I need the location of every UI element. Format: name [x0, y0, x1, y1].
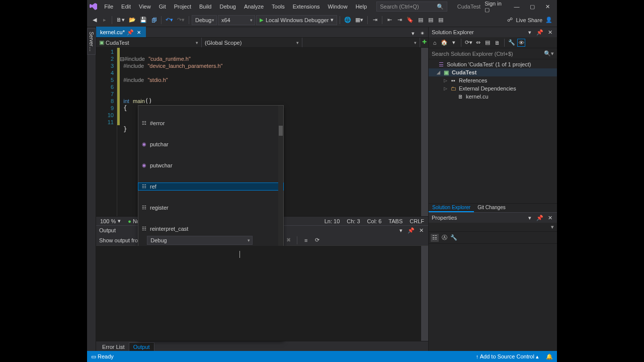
pin-icon[interactable]: 📌: [127, 29, 134, 36]
intellisense-item[interactable]: ◉putwchar: [138, 162, 283, 169]
output-dropdown-icon[interactable]: ▾: [397, 226, 405, 234]
project-node[interactable]: ◢▣CudaTest: [429, 68, 557, 76]
close-tab-icon[interactable]: ✕: [136, 30, 142, 35]
sol-showall-icon[interactable]: 🗎: [493, 39, 501, 47]
file-node-kernel[interactable]: 🗎kernel.cu: [429, 93, 557, 101]
output-clear-icon[interactable]: ✖: [284, 236, 292, 244]
uncomment-button[interactable]: ▤: [426, 15, 435, 25]
format-button[interactable]: ▤: [436, 15, 445, 25]
pane-dropdown-icon[interactable]: ▾: [526, 214, 534, 222]
run-tests-button[interactable]: ▦▾: [354, 15, 365, 25]
solution-platform-select[interactable]: x64: [218, 15, 255, 25]
live-share-icon[interactable]: ☍: [505, 15, 514, 25]
alphabetical-icon[interactable]: Ⓐ: [440, 234, 448, 242]
live-share-button[interactable]: Live Share: [516, 17, 542, 23]
nav-forward-button[interactable]: ▸: [100, 15, 109, 25]
solution-tree[interactable]: ☰Solution 'CudaTest' (1 of 1 project) ◢▣…: [429, 59, 557, 203]
pane-pin-icon[interactable]: 📌: [536, 214, 544, 222]
pane-dropdown-icon[interactable]: ▾: [526, 28, 534, 36]
maximize-button[interactable]: ▢: [525, 1, 539, 13]
menu-analyze[interactable]: Analyze: [240, 2, 267, 11]
external-deps-node[interactable]: ▷🗀External Dependencies: [429, 84, 557, 93]
feedback-icon[interactable]: 👤: [544, 15, 554, 25]
sol-refresh-icon[interactable]: ⟳▾: [464, 39, 472, 47]
server-explorer-tab[interactable]: Server…: [87, 28, 96, 55]
intellisense-item[interactable]: ☷register: [138, 204, 283, 211]
line-ending[interactable]: CRLF: [410, 218, 424, 224]
menu-help[interactable]: Help: [352, 2, 371, 11]
save-button[interactable]: 💾: [138, 15, 148, 25]
split-editor-icon[interactable]: ✚: [420, 38, 428, 46]
file-tab-kernel[interactable]: kernel.cu* 📌 ✕: [96, 27, 146, 37]
indent-button[interactable]: ⇥: [395, 15, 404, 25]
error-list-tab[interactable]: Error List: [98, 343, 129, 351]
sol-collapse-icon[interactable]: ▤: [484, 39, 492, 47]
menu-edit[interactable]: Edit: [118, 2, 134, 11]
notifications-icon[interactable]: 🔔: [546, 353, 553, 360]
window-split-icon[interactable]: ✴: [418, 29, 426, 37]
git-changes-tab[interactable]: Git Changes: [474, 204, 509, 212]
comment-button[interactable]: ▤: [416, 15, 425, 25]
menu-extensions[interactable]: Extensions: [289, 2, 324, 11]
intellisense-item[interactable]: ☷#error: [138, 120, 283, 127]
sol-allfiles-icon[interactable]: 🏠: [440, 39, 448, 47]
intellisense-item-selected[interactable]: ☷ref: [138, 183, 283, 190]
references-node[interactable]: ▷▪▪References: [429, 76, 557, 84]
output-body[interactable]: [96, 246, 428, 341]
menu-build[interactable]: Build: [196, 2, 215, 11]
menu-tools[interactable]: Tools: [268, 2, 288, 11]
output-scrollbar[interactable]: [421, 246, 428, 341]
output-pin-icon[interactable]: 📌: [407, 226, 415, 234]
quick-launch-search[interactable]: Search (Ctrl+Q) 🔍: [376, 2, 447, 12]
sol-nesting-icon[interactable]: ▾: [450, 39, 458, 47]
code-editor[interactable]: 1234567891011 ⊟#include "cuda_runtime.h"…: [96, 48, 428, 216]
prop-dropdown-icon[interactable]: ▾: [551, 224, 554, 230]
add-source-control-button[interactable]: ↑ Add to Source Control ▴: [476, 353, 539, 360]
new-project-button[interactable]: 🗎▾: [115, 15, 126, 25]
sol-sync-icon[interactable]: ⇔: [474, 39, 482, 47]
pane-pin-icon[interactable]: 📌: [536, 28, 544, 36]
redo-button[interactable]: ↷▾: [176, 15, 186, 25]
zoom-level[interactable]: 100 %: [100, 218, 116, 224]
menu-git[interactable]: Git: [155, 2, 170, 11]
solution-explorer-tab[interactable]: Solution Explorer: [429, 204, 474, 212]
nav-back-button[interactable]: ◀: [90, 15, 99, 25]
nav-member-select[interactable]: [302, 38, 420, 47]
intellisense-item[interactable]: ◉putchar: [138, 141, 283, 148]
minimize-button[interactable]: ―: [510, 1, 524, 13]
output-wrap-icon[interactable]: ≡: [302, 236, 310, 244]
solution-root-node[interactable]: ☰Solution 'CudaTest' (1 of 1 project): [429, 60, 557, 68]
nav-scope-select[interactable]: (Global Scope): [202, 38, 302, 47]
sol-home-icon[interactable]: ⌂: [431, 39, 439, 47]
output-lock-icon[interactable]: ⟳: [313, 236, 321, 244]
step-into-button[interactable]: ⇥: [370, 15, 379, 25]
close-button[interactable]: ✕: [540, 1, 555, 13]
sol-preview-icon[interactable]: 👁: [517, 39, 525, 47]
menu-debug[interactable]: Debug: [216, 2, 239, 11]
output-tab[interactable]: Output: [129, 342, 154, 351]
code-area[interactable]: ⊟#include "cuda_runtime.h" #include "dev…: [120, 48, 421, 216]
open-file-button[interactable]: 📂: [127, 15, 137, 25]
start-debugging-button[interactable]: ▶Local Windows Debugger ▾: [256, 15, 337, 25]
output-source-select[interactable]: Debug: [147, 236, 253, 245]
browser-link-button[interactable]: 🌐: [343, 15, 353, 25]
editor-scrollbar[interactable]: [421, 48, 428, 216]
outdent-button[interactable]: ⇤: [385, 15, 394, 25]
menu-window[interactable]: Window: [325, 2, 351, 11]
menu-project[interactable]: Project: [171, 2, 195, 11]
intellisense-item[interactable]: ☷reinterpret_cast: [138, 225, 283, 232]
menu-file[interactable]: File: [101, 2, 117, 11]
output-close-icon[interactable]: ✕: [417, 226, 425, 234]
nav-project-select[interactable]: ▣ CudaTest: [96, 38, 202, 47]
undo-button[interactable]: ↶▾: [164, 15, 175, 25]
solution-config-select[interactable]: Debug: [192, 15, 217, 25]
categorized-icon[interactable]: ☷: [431, 234, 439, 242]
pane-close-icon[interactable]: ✕: [546, 28, 554, 36]
tab-dropdown-icon[interactable]: ▾: [409, 29, 417, 37]
indent-mode[interactable]: TABS: [388, 218, 403, 224]
menu-view[interactable]: View: [135, 2, 154, 11]
bookmark-button[interactable]: 🔖: [405, 15, 415, 25]
pane-close-icon[interactable]: ✕: [546, 214, 554, 222]
solution-search[interactable]: Search Solution Explorer (Ctrl+$) 🔍▾: [429, 48, 557, 59]
sol-properties-icon[interactable]: 🔧: [508, 39, 516, 47]
